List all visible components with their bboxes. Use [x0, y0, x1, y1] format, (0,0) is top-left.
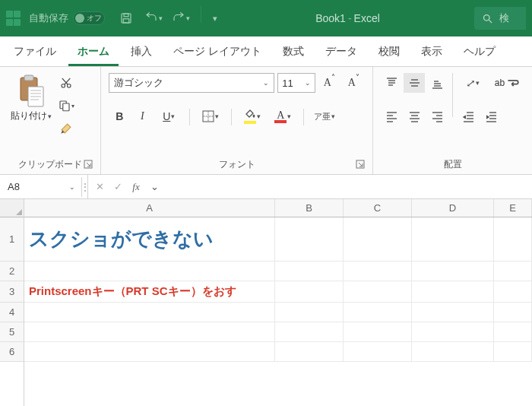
select-all-corner[interactable]	[0, 199, 24, 217]
autosave-toggle[interactable]: 自動保存 オフ	[29, 11, 105, 25]
format-painter-button[interactable]	[58, 120, 74, 137]
font-dialog-launcher[interactable]	[356, 160, 365, 171]
cell[interactable]	[275, 262, 344, 281]
underline-button[interactable]: U▾	[154, 106, 183, 126]
cell[interactable]	[412, 342, 494, 362]
name-box[interactable]: A8⌄	[2, 177, 82, 197]
borders-button[interactable]: ▾	[196, 106, 225, 126]
align-left-button[interactable]	[381, 106, 402, 126]
align-right-button[interactable]	[426, 106, 448, 126]
save-button[interactable]	[114, 6, 138, 30]
cell[interactable]	[344, 303, 412, 322]
group-alignment: ⤢▾ ab 配置	[373, 67, 532, 174]
align-center-button[interactable]	[404, 106, 425, 126]
row-header[interactable]: 4	[0, 303, 24, 322]
enter-formula-button[interactable]: ✓	[111, 181, 125, 193]
align-bottom-button[interactable]	[426, 73, 448, 93]
tab-home[interactable]: ホーム	[68, 39, 119, 66]
cell[interactable]	[412, 303, 494, 322]
cell[interactable]	[344, 322, 412, 342]
cell[interactable]	[412, 322, 494, 342]
row-header[interactable]: 2	[0, 262, 24, 281]
tab-view[interactable]: 表示	[412, 39, 451, 66]
cell-A3[interactable]: Printscreenキー（PRT SCキー）をおす	[24, 281, 275, 303]
col-header[interactable]: B	[275, 199, 344, 217]
cut-button[interactable]	[58, 75, 74, 91]
cell[interactable]	[412, 262, 494, 281]
tab-file[interactable]: ファイル	[5, 39, 65, 66]
cell[interactable]	[494, 217, 532, 262]
title-bar: 自動保存 オフ ▾ ▾ ▾ Book1-Excel 検	[0, 0, 532, 36]
cell[interactable]	[344, 281, 412, 303]
cell[interactable]	[24, 262, 275, 281]
cell[interactable]	[494, 303, 532, 322]
qat-customize[interactable]: ▾	[209, 6, 221, 30]
fill-color-button[interactable]: ▾	[238, 106, 267, 126]
cell[interactable]	[344, 342, 412, 362]
decrease-font-button[interactable]: A˅	[343, 73, 364, 93]
svg-rect-17	[63, 103, 69, 111]
col-header[interactable]: D	[412, 199, 494, 217]
tab-page-layout[interactable]: ページ レイアウト	[164, 39, 271, 66]
cell[interactable]	[24, 303, 275, 322]
undo-button[interactable]: ▾	[141, 6, 166, 30]
toggle-off-icon[interactable]: オフ	[73, 11, 105, 25]
formula-input[interactable]	[166, 177, 532, 197]
wrap-text-button[interactable]: ab	[489, 73, 524, 93]
increase-indent-button[interactable]	[480, 106, 502, 126]
ribbon-tabs: ファイル ホーム 挿入 ページ レイアウト 数式 データ 校閲 表示 ヘルプ	[0, 36, 532, 67]
row-header[interactable]: 1	[0, 217, 24, 262]
cell[interactable]	[275, 322, 344, 342]
clipboard-dialog-launcher[interactable]	[84, 160, 93, 171]
cell[interactable]	[494, 342, 532, 362]
cell[interactable]	[494, 262, 532, 281]
cell[interactable]	[275, 281, 344, 303]
cell[interactable]	[412, 281, 494, 303]
insert-function-button[interactable]: fx	[129, 181, 143, 193]
row-header[interactable]: 6	[0, 342, 24, 362]
font-color-button[interactable]: A▾	[268, 106, 297, 126]
svg-line-4	[489, 20, 492, 23]
tab-review[interactable]: 校閲	[369, 39, 409, 66]
tab-help[interactable]: ヘルプ	[454, 39, 505, 66]
cell[interactable]	[275, 303, 344, 322]
group-font: 游ゴシック⌄ 11⌄ A˄ A˅ B I U▾ ▾ ▾ A▾ ア亜▾ フォント	[101, 67, 373, 174]
decrease-indent-button[interactable]	[458, 106, 479, 126]
search-box[interactable]: 検	[474, 7, 526, 30]
tab-insert[interactable]: 挿入	[122, 39, 161, 66]
orientation-button[interactable]: ⤢▾	[458, 73, 488, 93]
font-size-combo[interactable]: 11⌄	[277, 73, 315, 93]
svg-rect-1	[124, 14, 128, 17]
align-top-button[interactable]	[381, 73, 402, 93]
redo-button[interactable]: ▾	[169, 6, 193, 30]
col-header[interactable]: E	[494, 199, 532, 217]
phonetic-button[interactable]: ア亜▾	[310, 106, 339, 126]
increase-font-button[interactable]: A˄	[318, 73, 340, 93]
col-header[interactable]: C	[344, 199, 412, 217]
autosave-label: 自動保存	[29, 11, 68, 25]
align-middle-button[interactable]	[404, 73, 425, 93]
cell[interactable]	[24, 322, 275, 342]
tab-formulas[interactable]: 数式	[274, 39, 313, 66]
italic-button[interactable]: I	[131, 106, 153, 126]
row-header[interactable]: 3	[0, 281, 24, 303]
cancel-formula-button[interactable]: ✕	[93, 181, 106, 193]
formula-dropdown[interactable]: ⌄	[147, 181, 161, 193]
spreadsheet-grid[interactable]: 1 2 3 4 5 6 A B C D E スクショができない Printscr…	[0, 199, 532, 406]
copy-button[interactable]: ▾	[58, 97, 74, 114]
paste-button[interactable]: 貼り付け ▾	[11, 109, 52, 122]
bold-button[interactable]: B	[109, 106, 130, 126]
cell[interactable]	[344, 217, 412, 262]
cell[interactable]	[24, 342, 275, 362]
row-header[interactable]: 5	[0, 322, 24, 342]
tab-data[interactable]: データ	[316, 39, 366, 66]
cell[interactable]	[412, 217, 494, 262]
cell[interactable]	[344, 262, 412, 281]
col-header[interactable]: A	[24, 199, 275, 217]
cell[interactable]	[275, 342, 344, 362]
font-name-combo[interactable]: 游ゴシック⌄	[109, 73, 274, 93]
cell-A1[interactable]: スクショができない	[24, 217, 275, 262]
cell[interactable]	[494, 281, 532, 303]
cell[interactable]	[275, 217, 344, 262]
cell[interactable]	[494, 322, 532, 342]
